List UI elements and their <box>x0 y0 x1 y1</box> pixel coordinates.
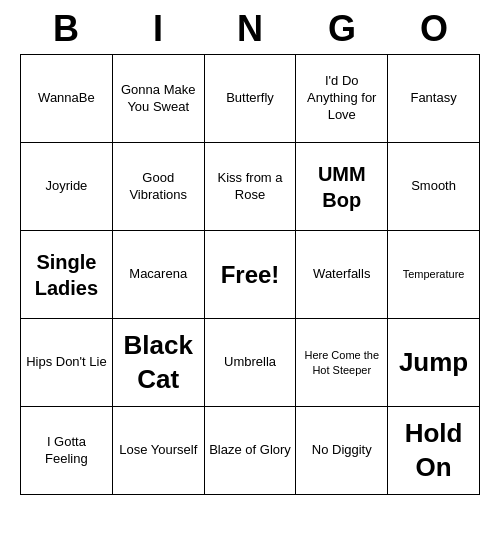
cell-r0-c1[interactable]: Gonna Make You Sweat <box>112 55 204 143</box>
cell-r2-c1[interactable]: Macarena <box>112 231 204 319</box>
cell-r1-c3[interactable]: UMM Bop <box>296 143 388 231</box>
bingo-title: B I N G O <box>20 0 480 54</box>
cell-r3-c4[interactable]: Jump <box>388 319 480 407</box>
letter-n: N <box>210 8 290 50</box>
cell-r0-c4[interactable]: Fantasy <box>388 55 480 143</box>
cell-r3-c3[interactable]: Here Come the Hot Steeper <box>296 319 388 407</box>
cell-r0-c0[interactable]: WannaBe <box>21 55 113 143</box>
cell-r4-c2[interactable]: Blaze of Glory <box>204 407 296 495</box>
cell-r0-c2[interactable]: Butterfly <box>204 55 296 143</box>
cell-r1-c2[interactable]: Kiss from a Rose <box>204 143 296 231</box>
cell-r2-c2[interactable]: Free! <box>204 231 296 319</box>
cell-r3-c2[interactable]: Umbrella <box>204 319 296 407</box>
cell-r2-c0[interactable]: Single Ladies <box>21 231 113 319</box>
cell-r4-c0[interactable]: I Gotta Feeling <box>21 407 113 495</box>
bingo-grid: WannaBeGonna Make You SweatButterflyI'd … <box>20 54 480 495</box>
letter-g: G <box>302 8 382 50</box>
cell-r0-c3[interactable]: I'd Do Anything for Love <box>296 55 388 143</box>
cell-r2-c3[interactable]: Waterfalls <box>296 231 388 319</box>
letter-o: O <box>394 8 474 50</box>
cell-r1-c4[interactable]: Smooth <box>388 143 480 231</box>
letter-i: I <box>118 8 198 50</box>
cell-r4-c4[interactable]: Hold On <box>388 407 480 495</box>
cell-r1-c1[interactable]: Good Vibrations <box>112 143 204 231</box>
cell-r4-c1[interactable]: Lose Yourself <box>112 407 204 495</box>
cell-r1-c0[interactable]: Joyride <box>21 143 113 231</box>
cell-r4-c3[interactable]: No Diggity <box>296 407 388 495</box>
cell-r2-c4[interactable]: Temperature <box>388 231 480 319</box>
letter-b: B <box>26 8 106 50</box>
cell-r3-c0[interactable]: Hips Don't Lie <box>21 319 113 407</box>
cell-r3-c1[interactable]: Black Cat <box>112 319 204 407</box>
